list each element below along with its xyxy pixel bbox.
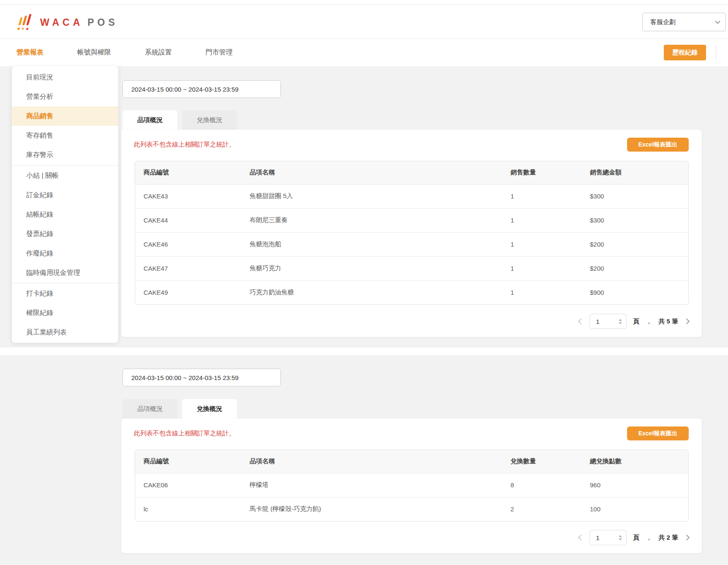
nav-items: 營業報表 帳號與權限 系統設置 門市管理 [16, 39, 233, 66]
table-row: CAKE06 檸檬塔 8 960 [135, 473, 688, 497]
sidebar-item-clock-in-records[interactable]: 打卡紀錄 [12, 284, 118, 303]
sidebar-item-invoice-records[interactable]: 發票紀錄 [12, 224, 118, 244]
sidebar-item-deposit-sales[interactable]: 寄存銷售 [12, 126, 118, 145]
tab-redeem-overview[interactable]: 兌換概況 [182, 110, 237, 130]
prev-page-icon[interactable] [578, 535, 584, 541]
date-range-input-2[interactable]: 2024-03-15 00:00 ~ 2024-03-15 23:59 [122, 369, 281, 386]
table-header-row: 商品編號 品項名稱 銷售數量 銷售總金額 [135, 161, 688, 184]
sidebar-item-petty-cash-management[interactable]: 臨時備用現金管理 [12, 263, 118, 282]
page-stepper[interactable] [619, 535, 622, 541]
nav-item-store-management[interactable]: 門市管理 [206, 48, 233, 57]
nav-item-system-settings[interactable]: 系統設置 [145, 48, 172, 57]
redeem-table: 商品編號 品項名稱 兌換數量 總兌換點數 CAKE06 檸檬塔 8 960 lc [135, 450, 689, 522]
page-label: 頁 [633, 534, 639, 542]
tab-item-overview-2[interactable]: 品項概況 [122, 399, 177, 418]
sidebar-item-inventory-alert[interactable]: 庫存警示 [12, 145, 118, 165]
store-selector-dropdown[interactable]: 客服企劃 [642, 13, 726, 31]
sidebar-item-deposit-records[interactable]: 訂金紀錄 [12, 185, 118, 205]
redeem-overview-panel: 此列表不包含線上相關訂單之統計。 Excel報表匯出 商品編號 品項名稱 兌換數… [121, 418, 702, 553]
history-log-button[interactable]: 歷程紀錄 [664, 45, 706, 60]
sidebar-divider [12, 283, 118, 283]
cell-sales-qty: 1 [502, 256, 581, 280]
page-input[interactable] [592, 318, 610, 325]
pagination-comma: ， [646, 534, 652, 542]
page-number-box [589, 314, 627, 329]
cell-redeem-points: 960 [581, 473, 688, 497]
cell-sales-qty: 1 [502, 208, 581, 232]
prev-page-icon[interactable] [578, 318, 584, 324]
cell-item-name: 焦糖巧克力 [241, 256, 502, 280]
excel-export-button[interactable]: Excel報表匯出 [627, 138, 689, 152]
sidebar-item-summary-closing[interactable]: 小結 | 關帳 [12, 166, 118, 185]
col-header-product-code: 商品編號 [135, 450, 241, 473]
cell-sales-qty: 1 [502, 280, 581, 304]
sidebar-item-product-sales[interactable]: 商品銷售 [12, 106, 118, 126]
cell-sales-total: $200 [581, 256, 688, 280]
online-orders-note-2: 此列表不包含線上相關訂單之統計。 [134, 429, 235, 437]
page-stepper[interactable] [619, 319, 622, 324]
wacapos-logo-icon [16, 12, 36, 33]
cell-sales-total: $200 [581, 232, 688, 256]
date-range-value-2: 2024-03-15 00:00 ~ 2024-03-15 23:59 [131, 374, 239, 381]
pagination-2: 頁 ， 共 2 筆 [579, 530, 689, 545]
sales-table: 商品編號 品項名稱 銷售數量 銷售總金額 CAKE43 焦糖甜甜圈 5入 1 $… [135, 161, 689, 305]
cell-item-name: 馬卡龍 (檸檬殼-巧克力餡) [241, 497, 502, 521]
overview-tabs: 品項概況 兌換概況 [122, 110, 237, 130]
total-count-label: 共 5 筆 [658, 318, 678, 326]
sidebar-item-void-records[interactable]: 作廢紀錄 [12, 244, 118, 263]
cell-sales-total: $300 [581, 208, 688, 232]
cell-item-name: 焦糖甜甜圈 5入 [241, 184, 502, 208]
cell-sales-total: $900 [581, 280, 688, 304]
excel-export-button-2[interactable]: Excel報表匯出 [627, 426, 689, 440]
page-number-box [589, 530, 627, 545]
sidebar-item-business-analysis[interactable]: 營業分析 [12, 87, 118, 106]
store-selector-value: 客服企劃 [650, 18, 676, 26]
sidebar-item-checkout-records[interactable]: 結帳紀錄 [12, 205, 118, 224]
cell-product-code: CAKE49 [135, 280, 241, 304]
next-page-icon[interactable] [684, 318, 690, 324]
sidebar-item-current-status[interactable]: 目前現況 [12, 68, 118, 87]
date-range-input[interactable]: 2024-03-15 00:00 ~ 2024-03-15 23:59 [122, 80, 281, 98]
col-header-item-name: 品項名稱 [241, 450, 502, 473]
col-header-redeem-points: 總兌換點數 [581, 450, 688, 473]
section-gap [0, 348, 728, 355]
cell-item-name: 布朗尼三重奏 [241, 208, 502, 232]
section-item-overview: 目前現況 營業分析 商品銷售 寄存銷售 庫存警示 小結 | 關帳 訂金紀錄 結帳… [0, 66, 728, 348]
table-row: CAKE47 焦糖巧克力 1 $200 [135, 256, 688, 280]
chevron-down-icon [715, 19, 720, 24]
panel-head: 此列表不包含線上相關訂單之統計。 Excel報表匯出 [121, 130, 702, 152]
nav-item-business-reports[interactable]: 營業報表 [16, 48, 43, 57]
nav-divider [716, 45, 716, 60]
col-header-redeem-qty: 兌換數量 [502, 450, 581, 473]
date-range-value: 2024-03-15 00:00 ~ 2024-03-15 23:59 [131, 86, 239, 93]
app-header: WACA POS 客服企劃 [0, 5, 728, 39]
cell-sales-qty: 1 [502, 232, 581, 256]
brand-name-pos: POS [87, 17, 118, 28]
stepper-down-icon[interactable] [619, 322, 622, 324]
sidebar-item-permission-records[interactable]: 權限紀錄 [12, 303, 118, 323]
tab-redeem-overview-2[interactable]: 兌換概況 [182, 399, 237, 418]
stepper-up-icon[interactable] [619, 319, 622, 321]
nav-item-accounts-permissions[interactable]: 帳號與權限 [77, 48, 111, 57]
cell-product-code: CAKE43 [135, 184, 241, 208]
table-header-row: 商品編號 品項名稱 兌換數量 總兌換點數 [135, 450, 688, 473]
cell-item-name: 檸檬塔 [241, 473, 502, 497]
cell-sales-total: $300 [581, 184, 688, 208]
section-redeem-overview: 2024-03-15 00:00 ~ 2024-03-15 23:59 品項概況… [0, 355, 728, 565]
item-overview-panel: 此列表不包含線上相關訂單之統計。 Excel報表匯出 商品編號 品項名稱 銷售數… [121, 130, 702, 337]
table-row: CAKE43 焦糖甜甜圈 5入 1 $300 [135, 184, 688, 208]
panel-head: 此列表不包含線上相關訂單之統計。 Excel報表匯出 [121, 418, 702, 440]
tab-item-overview[interactable]: 品項概況 [122, 110, 177, 130]
stepper-up-icon[interactable] [619, 535, 622, 537]
sidebar-item-employee-performance[interactable]: 員工業績列表 [12, 323, 118, 342]
table-row: lc 馬卡龍 (檸檬殼-巧克力餡) 2 100 [135, 497, 688, 521]
cell-product-code: CAKE06 [135, 473, 241, 497]
stepper-down-icon[interactable] [619, 538, 622, 541]
pagination: 頁 ， 共 5 筆 [579, 314, 689, 329]
next-page-icon[interactable] [684, 535, 690, 541]
col-header-item-name: 品項名稱 [241, 161, 502, 184]
total-count-label: 共 2 筆 [658, 534, 678, 542]
table-row: CAKE46 焦糖泡泡船 1 $200 [135, 232, 688, 256]
page-input-2[interactable] [592, 534, 610, 541]
col-header-sales-total: 銷售總金額 [581, 161, 688, 184]
